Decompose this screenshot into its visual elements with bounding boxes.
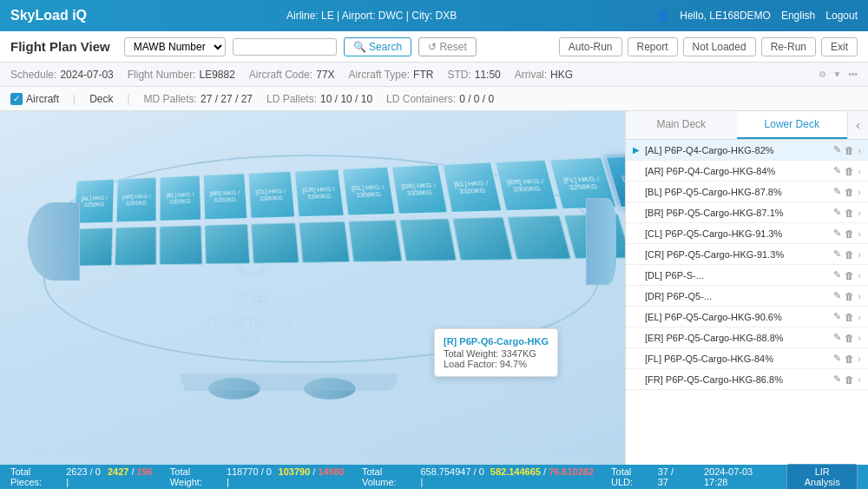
uld-cell-er[interactable]: [ER] HKG / 3300KG bbox=[495, 160, 559, 211]
delete-icon[interactable]: 🗑 bbox=[845, 166, 854, 176]
list-item-text: [DR] P6P-Q5-... bbox=[645, 291, 830, 301]
list-item[interactable]: ▶ [BL] P6P-Q5-Cargo-HKG-87.8% ✎ 🗑 › bbox=[626, 182, 868, 202]
edit-icon[interactable]: ✎ bbox=[833, 165, 841, 176]
rerun-button[interactable]: Re-Run bbox=[761, 37, 816, 56]
edit-icon[interactable]: ✎ bbox=[833, 228, 841, 239]
edit-icon[interactable]: ✎ bbox=[833, 186, 841, 197]
panel-collapse-btn[interactable]: ‹ bbox=[847, 111, 868, 139]
uld-cell-lower-9[interactable] bbox=[452, 217, 513, 261]
report-button[interactable]: Report bbox=[628, 37, 678, 56]
uld-cell-lower-8[interactable] bbox=[399, 219, 457, 262]
arrival-info: Arrival: HKG bbox=[515, 69, 573, 81]
logout-btn[interactable]: Logout bbox=[825, 10, 858, 22]
uld-cell-lower-10[interactable] bbox=[507, 215, 571, 260]
notloaded-button[interactable]: Not Loaded bbox=[683, 37, 756, 56]
uld-cell-lower-7[interactable] bbox=[348, 220, 403, 262]
uld-cell-lower-3[interactable] bbox=[160, 225, 203, 265]
uld-cell-br[interactable]: [BR] HKG / 3291KG bbox=[203, 173, 248, 220]
content-wrapper: C 使用 CAMTASIA 创作 [AL] HKG / 3258KG [AR] … bbox=[0, 111, 868, 465]
chevron-icon: › bbox=[858, 333, 861, 343]
edit-icon[interactable]: ✎ bbox=[833, 207, 841, 218]
aircraft-type-value: FTR bbox=[413, 69, 433, 81]
uld-cell-lower-5[interactable] bbox=[251, 222, 299, 263]
uld-cell-ar[interactable]: [AR] HKG / 3291KG bbox=[116, 177, 157, 223]
delete-icon[interactable]: 🗑 bbox=[845, 270, 854, 281]
delete-icon[interactable]: 🗑 bbox=[845, 249, 854, 260]
list-item[interactable]: ▶ [AL] P6P-Q4-Cargo-HKG-82% ✎ 🗑 › bbox=[626, 140, 868, 161]
uld-cell-lower-2[interactable] bbox=[115, 227, 156, 266]
uld-cell-lower-6[interactable] bbox=[299, 221, 350, 263]
info-more[interactable]: ••• bbox=[848, 69, 858, 79]
aircraft-toggle[interactable]: ✓ Aircraft bbox=[10, 93, 59, 105]
tab-main-deck[interactable]: Main Deck bbox=[626, 111, 737, 139]
footer-weight-highlight: 103790 bbox=[279, 466, 311, 487]
user-icon: 👤 bbox=[656, 10, 669, 22]
search-button[interactable]: 🔍 Search bbox=[344, 37, 411, 56]
footer-pieces: Total Pieces: 2623 / 0 | 2427 / 196 bbox=[10, 466, 153, 487]
aircraft-view: [AL] HKG / 3258KG [AR] HKG / 3291KG [BL]… bbox=[9, 129, 625, 434]
info-toggle[interactable]: ⚙ bbox=[819, 69, 826, 79]
ld-containers-label: LD Containers: bbox=[386, 93, 456, 105]
edit-icon[interactable]: ✎ bbox=[833, 332, 841, 343]
list-item-actions: ✎ 🗑 bbox=[833, 248, 854, 260]
footer-weight-label: Total Weight: bbox=[170, 466, 224, 487]
footer-volume-label: Total Volume: bbox=[362, 466, 418, 487]
delete-icon[interactable]: 🗑 bbox=[845, 291, 854, 301]
list-item[interactable]: ▶ [BR] P6P-Q5-Cargo-HKG-87.1% ✎ 🗑 › bbox=[626, 202, 868, 223]
delete-icon[interactable]: 🗑 bbox=[845, 374, 854, 385]
uld-cell-lower-4[interactable] bbox=[205, 224, 251, 265]
tab-lower-deck[interactable]: Lower Deck bbox=[737, 111, 848, 139]
ld-containers: LD Containers: 0 / 0 / 0 bbox=[386, 93, 494, 105]
uld-cell-cr[interactable]: [CR] HKG / 3340KG bbox=[294, 169, 345, 217]
edit-icon[interactable]: ✎ bbox=[833, 269, 841, 281]
list-item[interactable]: ▶ [AR] P6P-Q4-Cargo-HKG-84% ✎ 🗑 › bbox=[626, 161, 868, 182]
uld-cell-dr[interactable]: [DR] HKG / 3358KG bbox=[391, 164, 448, 215]
delete-icon[interactable]: 🗑 bbox=[845, 312, 854, 322]
footer-pieces-highlight: 2427 bbox=[108, 466, 128, 487]
view-3d[interactable]: C 使用 CAMTASIA 创作 [AL] HKG / 3258KG [AR] … bbox=[0, 111, 625, 465]
delete-icon[interactable]: 🗑 bbox=[845, 208, 854, 218]
chevron-icon: › bbox=[858, 291, 861, 301]
uld-cell-dl[interactable]: [DL] HKG / 3358KG bbox=[342, 167, 396, 216]
arrival-label: Arrival: bbox=[515, 69, 547, 81]
autorun-button[interactable]: Auto-Run bbox=[559, 37, 622, 56]
list-item[interactable]: ▶ [DL] P6P-S-... ✎ 🗑 › bbox=[626, 265, 868, 286]
list-item[interactable]: ▶ [DR] P6P-Q5-... ✎ 🗑 › bbox=[626, 286, 868, 307]
footer-weight: Total Weight: 118770 / 0 | 103790 / 1498… bbox=[170, 466, 345, 487]
filter-select[interactable]: MAWB Number bbox=[124, 37, 226, 56]
language-selector[interactable]: English bbox=[781, 10, 815, 22]
edit-icon[interactable]: ✎ bbox=[833, 373, 841, 385]
list-item[interactable]: ▶ [EL] P6P-Q5-Cargo-HKG-90.6% ✎ 🗑 › bbox=[626, 307, 868, 327]
aircraft-type-info: Aircraft Type: FTR bbox=[349, 69, 434, 81]
edit-icon[interactable]: ✎ bbox=[833, 144, 841, 155]
uld-cell-bl[interactable]: [BL] HKG / 3305KG bbox=[160, 175, 201, 221]
edit-icon[interactable]: ✎ bbox=[833, 311, 841, 322]
reset-button[interactable]: ↺ Reset bbox=[418, 37, 477, 56]
delete-icon[interactable]: 🗑 bbox=[845, 187, 854, 197]
edit-icon[interactable]: ✎ bbox=[833, 248, 841, 260]
list-item[interactable]: ▶ [FR] P6P-Q5-Cargo-HKG-86.8% ✎ 🗑 › bbox=[626, 369, 868, 390]
aircraft-checkbox[interactable]: ✓ bbox=[10, 93, 23, 105]
list-item[interactable]: ▶ [CL] P6P-Q5-Cargo-HKG-91.3% ✎ 🗑 › bbox=[626, 223, 868, 244]
panel-tabs: Main Deck Lower Deck ‹ bbox=[626, 111, 868, 140]
list-item[interactable]: ▶ [FL] P6P-Q5-Cargo-HKG-84% ✎ 🗑 › bbox=[626, 348, 868, 369]
exit-button[interactable]: Exit bbox=[821, 37, 858, 56]
delete-icon[interactable]: 🗑 bbox=[845, 354, 854, 364]
list-item[interactable]: ▶ [ER] P6P-Q5-Cargo-HKG-88.8% ✎ 🗑 › bbox=[626, 327, 868, 348]
edit-icon[interactable]: ✎ bbox=[833, 353, 841, 364]
uld-cell-el[interactable]: [EL] HKG / 3320KG bbox=[442, 162, 502, 213]
delete-icon[interactable]: 🗑 bbox=[845, 333, 854, 343]
list-item-actions: ✎ 🗑 bbox=[833, 290, 854, 301]
info-expand[interactable]: ▼ bbox=[833, 69, 842, 79]
lir-analysis-btn[interactable]: LIR Analysis bbox=[786, 464, 858, 489]
footer-volume: Total Volume: 658.754947 / 0 | 582.14466… bbox=[362, 466, 594, 487]
footer-pieces-red: 196 bbox=[136, 466, 152, 487]
list-item[interactable]: ▶ [CR] P6P-Q5-Cargo-HKG-91.3% ✎ 🗑 › bbox=[626, 244, 868, 265]
std-value: 11:50 bbox=[475, 69, 501, 81]
filter-input[interactable] bbox=[233, 38, 337, 56]
delete-icon[interactable]: 🗑 bbox=[845, 145, 854, 155]
delete-icon[interactable]: 🗑 bbox=[845, 228, 854, 239]
chevron-icon: › bbox=[858, 354, 861, 364]
edit-icon[interactable]: ✎ bbox=[833, 290, 841, 301]
uld-cell-cl[interactable]: [CL] HKG / 3340KG bbox=[248, 171, 296, 219]
